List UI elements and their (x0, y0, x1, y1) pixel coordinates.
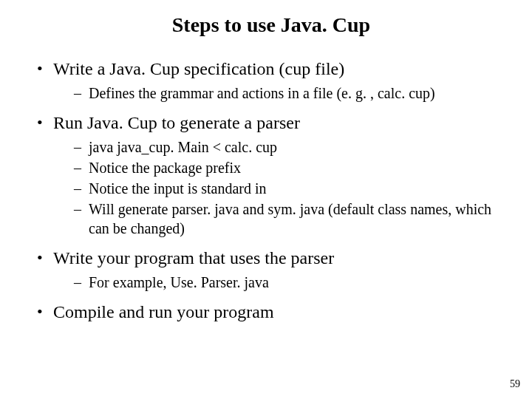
page-number: 59 (510, 378, 520, 390)
slide-title: Steps to use Java. Cup (37, 13, 505, 37)
bullet-item: Compile and run your program (37, 302, 505, 322)
slide: Steps to use Java. Cup Write a Java. Cup… (0, 0, 532, 399)
sub-item: For example, Use. Parser. java (74, 273, 505, 292)
sub-list: java java_cup. Main < calc. cup Notice t… (53, 137, 505, 238)
bullet-text: Write a Java. Cup specification (cup fil… (53, 59, 344, 78)
bullet-text: Compile and run your program (53, 302, 274, 321)
sub-text: Defines the grammar and actions in a fil… (89, 85, 435, 101)
sub-text: Notice the input is standard in (89, 180, 267, 197)
sub-item: Defines the grammar and actions in a fil… (74, 83, 505, 103)
bullet-item: Write your program that uses the parser … (37, 248, 505, 292)
sub-list: Defines the grammar and actions in a fil… (53, 83, 505, 103)
sub-item: Notice the package prefix (74, 158, 505, 177)
sub-item: java java_cup. Main < calc. cup (74, 137, 505, 157)
bullet-item: Write a Java. Cup specification (cup fil… (37, 59, 505, 103)
sub-text: Notice the package prefix (89, 160, 241, 176)
bullet-text: Run Java. Cup to generate a parser (53, 113, 300, 132)
sub-item: Notice the input is standard in (74, 179, 505, 198)
sub-text: For example, Use. Parser. java (89, 274, 269, 290)
bullet-list: Write a Java. Cup specification (cup fil… (37, 59, 505, 322)
sub-text: Will generate parser. java and sym. java… (89, 201, 491, 236)
sub-item: Will generate parser. java and sym. java… (74, 200, 505, 238)
sub-text: java java_cup. Main < calc. cup (89, 139, 277, 155)
bullet-item: Run Java. Cup to generate a parser java … (37, 113, 505, 238)
bullet-text: Write your program that uses the parser (53, 248, 334, 267)
sub-list: For example, Use. Parser. java (53, 273, 505, 292)
